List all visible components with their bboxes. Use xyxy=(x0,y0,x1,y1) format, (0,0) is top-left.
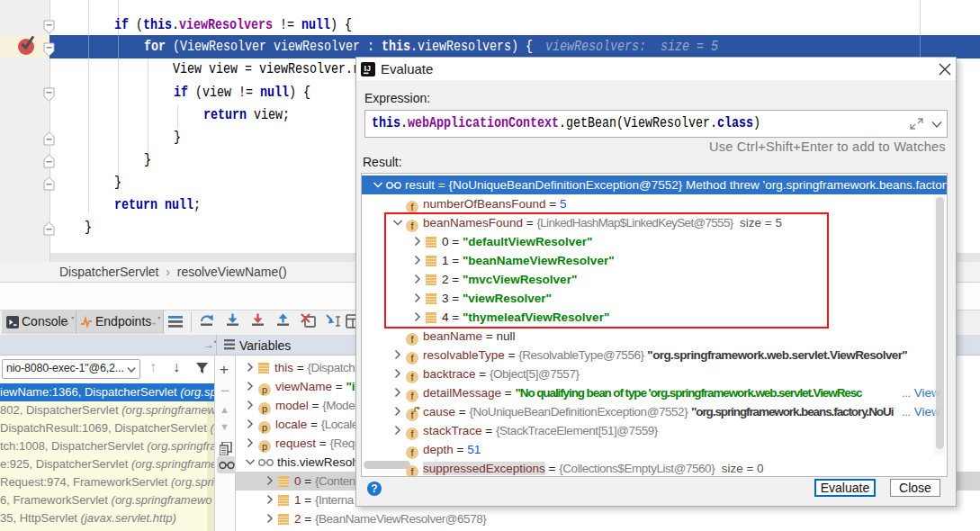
svg-text:IJ: IJ xyxy=(364,64,372,73)
